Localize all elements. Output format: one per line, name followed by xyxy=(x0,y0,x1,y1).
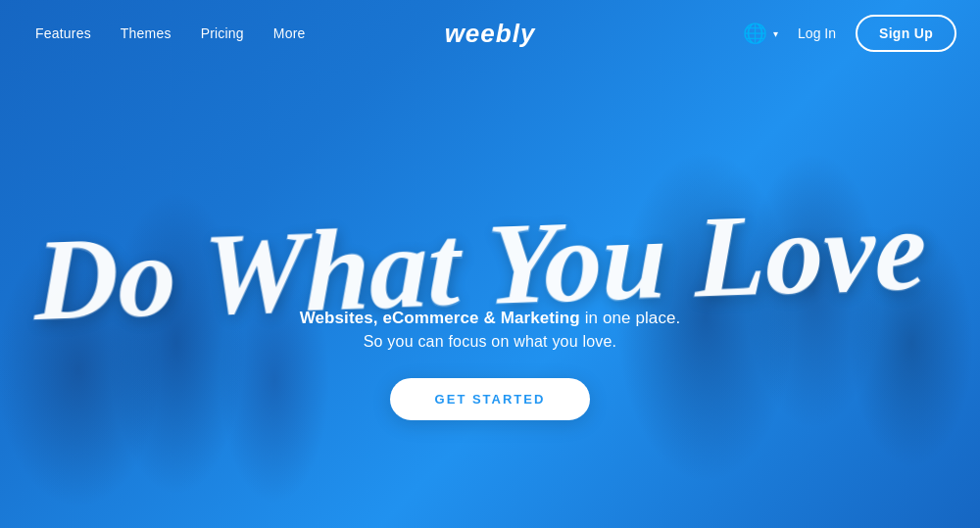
signup-button[interactable]: Sign Up xyxy=(856,15,956,52)
hero-section: Do What You Love Do What You Love Featur… xyxy=(0,0,980,528)
nav-left: Features Themes Pricing More xyxy=(24,18,318,49)
cta-button[interactable]: GET STARTED xyxy=(390,378,591,420)
nav-themes[interactable]: Themes xyxy=(109,18,183,49)
nav-features[interactable]: Features xyxy=(24,18,103,49)
nav-logo[interactable]: weebly xyxy=(445,19,536,49)
nav-pricing[interactable]: Pricing xyxy=(189,18,256,49)
logo-text: weebly xyxy=(445,19,536,49)
globe-button[interactable]: 🌐 ▾ xyxy=(743,22,778,45)
login-button[interactable]: Log In xyxy=(794,18,840,49)
hero-subtitle-line2: So you can focus on what you love. xyxy=(24,333,956,351)
hero-subtitle-rest: in one place. xyxy=(580,308,681,326)
hero-subtitle-bold: Websites, eCommerce & Marketing xyxy=(300,308,580,326)
hero-subtitle: Websites, eCommerce & Marketing in one p… xyxy=(24,304,956,330)
globe-icon: 🌐 xyxy=(743,22,767,45)
hero-people-bg xyxy=(0,0,980,528)
nav-right: 🌐 ▾ Log In Sign Up xyxy=(743,15,956,52)
nav-more[interactable]: More xyxy=(262,18,318,49)
hero-content: Websites, eCommerce & Marketing in one p… xyxy=(24,298,956,419)
globe-dropdown-arrow: ▾ xyxy=(773,28,778,39)
navbar: Features Themes Pricing More weebly 🌐 ▾ … xyxy=(0,0,980,67)
